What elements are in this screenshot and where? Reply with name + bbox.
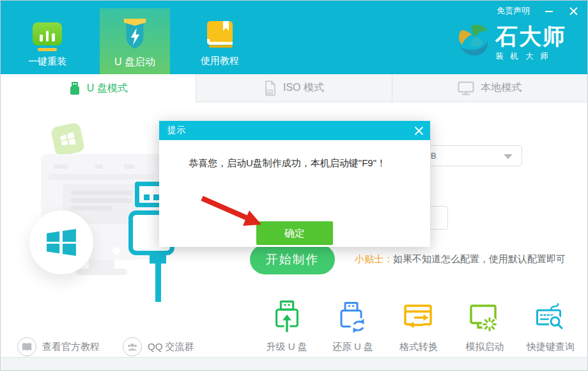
- minimize-icon: [545, 6, 553, 15]
- brand-name: 石大师: [495, 24, 566, 49]
- tool-hotkey-query[interactable]: 快捷键查询: [518, 299, 584, 353]
- close-button[interactable]: [568, 6, 578, 16]
- tool-label: 还原 U 盘: [332, 341, 373, 353]
- dialog-close-button[interactable]: [413, 125, 424, 136]
- tool-label: 模拟启动: [465, 341, 504, 353]
- people-group-icon: [123, 337, 142, 356]
- minimize-button[interactable]: [544, 6, 554, 16]
- usb-upgrade-icon: [271, 299, 303, 335]
- official-tutorial-link[interactable]: 查看官方教程: [17, 337, 100, 356]
- usb-illustration-cable: [155, 262, 161, 302]
- windows-logo-icon: [59, 132, 76, 147]
- prompt-dialog: 提示 恭喜您，启动U盘制作成功，本机启动键"F9"！ 确定: [159, 121, 430, 247]
- footer-strip: [1, 357, 587, 371]
- header: 免责声明 一键重装 U 盘启动: [1, 1, 587, 74]
- nav-label: 使用教程: [190, 55, 249, 67]
- monitor-base: [76, 269, 127, 275]
- hotkey-query-icon: [535, 299, 566, 335]
- tool-upgrade-usb[interactable]: 升级 U 盘: [254, 299, 320, 353]
- ok-button[interactable]: 确定: [256, 221, 333, 245]
- iso-file-icon: ISO: [264, 81, 277, 96]
- tool-format-convert[interactable]: 格式转换: [385, 299, 451, 353]
- device-select-dropdown[interactable]: B: [420, 145, 522, 166]
- link-label: QQ 交流群: [148, 341, 194, 353]
- mode-tabs: U 盘模式 ISO ISO 模式 本地模式: [1, 74, 587, 102]
- open-book-icon: [17, 337, 36, 356]
- svg-text:ISO: ISO: [267, 90, 272, 93]
- device-select-value: B: [431, 151, 437, 161]
- windows-logo-icon: [47, 229, 76, 256]
- shield-lightning-icon: [121, 19, 149, 51]
- tool-shortcuts: 升级 U 盘 还原 U 盘: [254, 299, 584, 353]
- tip-prefix: 小贴士：: [355, 253, 393, 264]
- disclaimer-link[interactable]: 免责声明: [497, 5, 530, 17]
- windows-circle-illustration: [29, 210, 93, 274]
- close-icon: [414, 126, 424, 136]
- dialog-title: 提示: [167, 125, 185, 136]
- chevron-down-icon: [504, 154, 513, 159]
- nav-label: 一键重装: [18, 56, 77, 68]
- tool-restore-usb[interactable]: 还原 U 盘: [320, 299, 385, 353]
- tab-iso-mode[interactable]: ISO ISO 模式: [196, 74, 391, 102]
- usb-restore-icon: [337, 299, 368, 335]
- format-convert-icon: [403, 299, 434, 335]
- monitor-icon: [458, 81, 474, 95]
- monitor-stand: [89, 260, 114, 269]
- dialog-message: 恭喜您，启动U盘制作成功，本机启动键"F9"！: [189, 157, 386, 170]
- tool-label: 升级 U 盘: [267, 341, 307, 353]
- tip-text: 小贴士：如果不知道怎么配置，使用默认配置即可: [355, 253, 566, 265]
- nav-item-one-key-reinstall[interactable]: 一键重装: [18, 22, 77, 68]
- tool-simulate-boot[interactable]: 模拟启动: [452, 299, 518, 353]
- simulate-boot-icon: [469, 299, 500, 335]
- tool-label: 格式转换: [399, 341, 438, 353]
- brand-subtitle: 装机大师: [495, 51, 566, 62]
- tab-usb-mode[interactable]: U 盘模式: [1, 74, 196, 102]
- tip-body: 如果不知道怎么配置，使用默认配置即可: [393, 253, 566, 264]
- dialog-titlebar: 提示: [159, 121, 430, 140]
- qq-group-link[interactable]: QQ 交流群: [123, 337, 194, 356]
- tab-label: ISO 模式: [283, 81, 324, 95]
- book-icon: [205, 21, 235, 48]
- windows-tile-illustration: [50, 122, 86, 157]
- titlebar: 免责声明: [497, 5, 578, 17]
- tab-label: 本地模式: [481, 81, 522, 95]
- nav-item-tutorial[interactable]: 使用教程: [190, 21, 249, 67]
- start-make-button[interactable]: 开始制作: [250, 244, 335, 274]
- bar-chart-icon: [33, 22, 62, 45]
- app-window: 免责声明 一键重装 U 盘启动: [0, 0, 588, 371]
- chart-underline: [38, 48, 57, 51]
- usb-drive-icon: [69, 81, 81, 95]
- brand: 石大师 装机大师: [456, 24, 566, 62]
- brand-logo-icon: [456, 24, 490, 58]
- tab-local-mode[interactable]: 本地模式: [392, 74, 587, 102]
- link-label: 查看官方教程: [42, 341, 100, 353]
- close-icon: [569, 7, 578, 15]
- tool-label: 快捷键查询: [527, 341, 575, 353]
- nav-label: U 盘启动: [114, 56, 155, 69]
- nav-item-usb-boot-active[interactable]: U 盘启动: [100, 8, 170, 74]
- tab-label: U 盘模式: [87, 82, 128, 95]
